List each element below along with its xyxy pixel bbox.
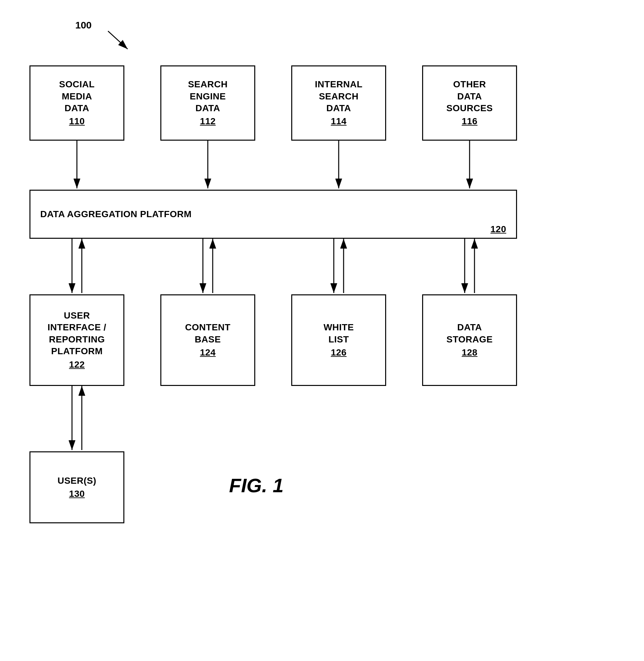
search-engine-label: SEARCHENGINEDATA [188, 78, 227, 114]
other-data-label: OTHERDATASOURCES [446, 78, 493, 114]
content-base-box: CONTENTBASE 124 [160, 294, 255, 386]
other-data-ref: 116 [462, 115, 478, 127]
white-list-box: WHITELIST 126 [291, 294, 386, 386]
users-box: USER(S) 130 [29, 451, 124, 523]
ui-reporting-ref: 122 [69, 359, 85, 371]
fig-caption: FIG. 1 [229, 474, 284, 497]
internal-search-label: INTERNALSEARCHDATA [315, 78, 363, 114]
data-storage-label: DATASTORAGE [446, 322, 492, 346]
data-aggregation-ref: 120 [490, 223, 506, 235]
data-storage-box: DATASTORAGE 128 [422, 294, 517, 386]
data-storage-ref: 128 [462, 347, 478, 358]
diagram-container: 100 [0, 0, 644, 661]
data-aggregation-label: DATA AGGREGATION PLATFORM [40, 208, 192, 220]
ui-reporting-box: USERINTERFACE /REPORTINGPLATFORM 122 [29, 294, 124, 386]
white-list-label: WHITELIST [324, 322, 354, 346]
data-aggregation-box: DATA AGGREGATION PLATFORM 120 [29, 190, 517, 239]
social-media-ref: 110 [69, 115, 85, 127]
users-label: USER(S) [58, 475, 96, 487]
users-ref: 130 [69, 488, 85, 500]
internal-search-box: INTERNALSEARCHDATA 114 [291, 65, 386, 141]
content-base-label: CONTENTBASE [185, 322, 231, 346]
search-engine-ref: 112 [200, 115, 216, 127]
internal-search-ref: 114 [331, 115, 347, 127]
social-media-label: SOCIALMEDIADATA [59, 78, 95, 114]
ui-reporting-label: USERINTERFACE /REPORTINGPLATFORM [47, 310, 106, 357]
white-list-ref: 126 [331, 347, 347, 358]
social-media-box: SOCIALMEDIADATA 110 [29, 65, 124, 141]
content-base-ref: 124 [200, 347, 216, 358]
search-engine-box: SEARCHENGINEDATA 112 [160, 65, 255, 141]
svg-line-2 [108, 31, 128, 49]
other-data-box: OTHERDATASOURCES 116 [422, 65, 517, 141]
